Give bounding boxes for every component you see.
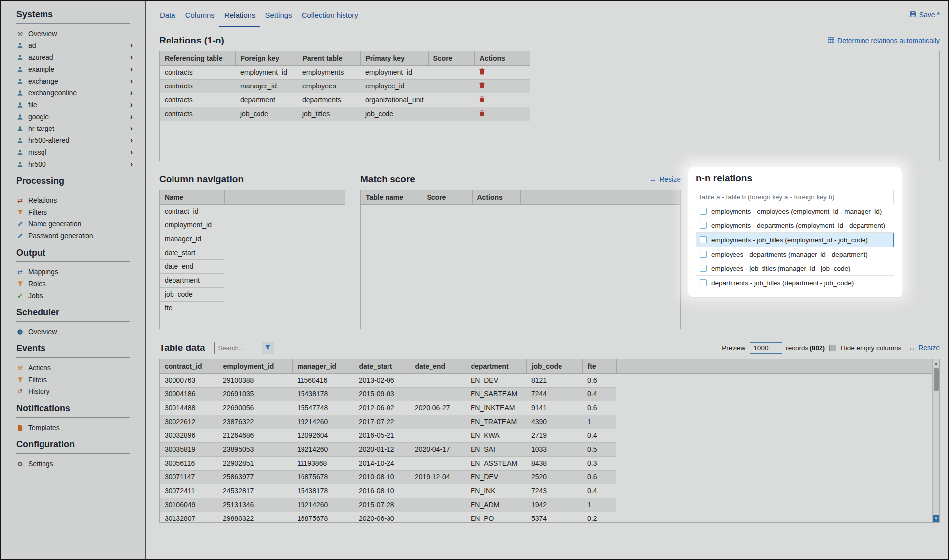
column-nav-row[interactable]: contract_id <box>160 204 345 218</box>
match-score-table: Table nameScoreActions <box>361 190 680 205</box>
cell: 5374 <box>526 512 582 523</box>
sidebar-item-processing-filters[interactable]: Filters <box>16 206 135 218</box>
nn-relation-row[interactable]: employments - employees (employment_id -… <box>696 204 894 218</box>
save-button[interactable]: Save * <box>910 11 940 19</box>
tab-columns[interactable]: Columns <box>180 3 219 27</box>
column-nav-row[interactable]: date_start <box>160 246 345 259</box>
match-score-resize-link[interactable]: Resize <box>649 175 681 183</box>
chevron-right-icon <box>130 77 133 86</box>
data-row: 3002261223876322192142602017-07-22EN_TRA… <box>160 415 932 429</box>
cell: 29100388 <box>218 373 292 387</box>
sidebar-item-systems-hr-target[interactable]: hr-target <box>16 123 135 134</box>
cell: 19214260 <box>292 442 354 456</box>
preview-count-input[interactable] <box>750 342 782 354</box>
checkbox-icon[interactable] <box>700 208 707 215</box>
nn-relation-row[interactable]: departments - job_titles (department - j… <box>696 276 894 290</box>
sidebar-item-configuration-settings[interactable]: ⚙Settings <box>16 458 135 470</box>
sidebar-item-systems-exchange[interactable]: exchange <box>16 75 135 87</box>
nn-relation-row[interactable]: employments - departments (employment_id… <box>696 218 894 233</box>
tab-collection-history[interactable]: Collection history <box>297 3 363 27</box>
column-nav-row[interactable]: job_code <box>160 287 345 301</box>
chevron-right-icon <box>130 65 133 74</box>
cell <box>410 484 466 498</box>
sidebar-item-processing-password-generation[interactable]: Password generation <box>16 230 135 242</box>
sidebar-item-output-roles[interactable]: Roles <box>16 278 135 290</box>
checkbox-icon[interactable] <box>700 265 707 272</box>
sidebar-item-systems-ad[interactable]: ad <box>16 40 135 51</box>
chevron-right-icon <box>130 148 133 157</box>
sidebar-item-label: exchangeonline <box>28 89 77 97</box>
sidebar-item-processing-name-generation[interactable]: Name generation <box>16 218 135 230</box>
delete-relation-button[interactable] <box>479 82 485 90</box>
trash-icon <box>479 68 485 76</box>
table-data-resize-link[interactable]: Resize <box>908 344 940 352</box>
column-nav-row[interactable]: department <box>160 273 345 287</box>
checkbox-icon[interactable] <box>700 251 707 258</box>
column-nav-row[interactable]: date_end <box>160 259 345 273</box>
cell: employments <box>298 65 360 79</box>
sidebar-item-systems-hr500-altered[interactable]: hr500-altered <box>16 134 135 146</box>
sidebar-item-systems-hr500[interactable]: hr500 <box>16 158 135 170</box>
cell-filler <box>616 387 932 401</box>
sidebar-item-systems-file[interactable]: file <box>16 99 135 111</box>
column-nav-row[interactable]: fte <box>160 301 345 315</box>
delete-relation-button[interactable] <box>479 110 485 118</box>
cell: 12092604 <box>292 429 354 442</box>
sidebar-item-label: hr-target <box>28 125 54 132</box>
cell <box>474 65 530 79</box>
cell: 19214260 <box>292 415 354 429</box>
save-label: Save * <box>919 11 940 19</box>
cell: 30022612 <box>160 415 218 429</box>
checkbox-icon[interactable] <box>700 222 707 229</box>
save-icon <box>910 11 916 19</box>
tab-settings[interactable]: Settings <box>260 3 297 27</box>
sidebar-item-events-actions[interactable]: ⚒Actions <box>16 362 135 374</box>
sidebar-item-systems-mssql[interactable]: mssql <box>16 146 135 158</box>
tab-relations[interactable]: Relations <box>219 3 260 27</box>
delete-relation-button[interactable] <box>479 68 485 76</box>
sidebar-item-systems-google[interactable]: google <box>16 111 135 123</box>
sidebar-item-label: mssql <box>28 148 46 156</box>
sidebar-item-notifications-templates[interactable]: Templates <box>16 422 135 433</box>
cell: 11193868 <box>292 456 354 470</box>
sidebar-item-output-jobs[interactable]: ✔Jobs <box>16 290 135 302</box>
sidebar-section-title: Processing <box>16 176 135 187</box>
sidebar-section-title: Configuration <box>16 439 135 450</box>
column-nav-row[interactable]: manager_id <box>160 232 345 246</box>
hide-empty-columns-checkbox[interactable] <box>829 345 836 351</box>
tab-data[interactable]: Data <box>155 3 180 27</box>
sidebar-item-output-mappings[interactable]: ⇄Mappings <box>16 266 135 278</box>
chevron-right-icon <box>130 88 133 97</box>
scroll-up-icon[interactable] <box>933 359 939 367</box>
checkbox-icon[interactable] <box>700 236 707 243</box>
scroll-down-icon[interactable] <box>933 515 939 522</box>
cell <box>410 456 466 470</box>
cell: 30004186 <box>160 387 218 401</box>
cell: 2013-02-06 <box>354 373 410 387</box>
nn-relation-row[interactable]: employees - job_titles (manager_id - job… <box>696 261 894 276</box>
cell: 2017-07-22 <box>354 415 410 429</box>
column-nav-row[interactable]: employment_id <box>160 218 345 232</box>
sidebar-item-systems-exchangeonline[interactable]: exchangeonline <box>16 87 135 99</box>
cell <box>428 93 474 107</box>
nn-relation-row[interactable]: employees - departments (manager_id - de… <box>696 247 894 261</box>
sidebar-item-systems-example[interactable]: example <box>16 63 135 75</box>
search-filter-button[interactable] <box>262 342 274 354</box>
trash-icon <box>479 110 485 118</box>
checkbox-icon[interactable] <box>700 279 707 286</box>
scrollbar-thumb[interactable] <box>934 368 939 391</box>
sidebar-item-systems-azuread[interactable]: azuread <box>16 51 135 63</box>
determine-relations-link[interactable]: Determine relations automatically <box>828 37 940 44</box>
sidebar-item-label: Password generation <box>28 232 93 240</box>
sidebar-item-events-history[interactable]: ↺History <box>16 386 135 397</box>
nn-relation-row[interactable]: employments - job_titles (employment_id … <box>696 233 894 247</box>
sidebar-item-processing-relations[interactable]: ⇄Relations <box>16 194 135 206</box>
cell: 25863977 <box>218 470 292 484</box>
sidebar-item-systems-overview[interactable]: ⚒Overview <box>16 28 135 40</box>
sidebar-item-events-filters[interactable]: Filters <box>16 374 135 386</box>
delete-relation-button[interactable] <box>479 96 485 104</box>
vertical-scrollbar[interactable] <box>932 359 939 522</box>
cell: organizational_unit <box>360 93 428 107</box>
sidebar-item-scheduler-overview[interactable]: Overview <box>16 326 135 338</box>
sidebar-section-systems: Systems⚒Overviewadazureadexampleexchange… <box>16 9 135 170</box>
